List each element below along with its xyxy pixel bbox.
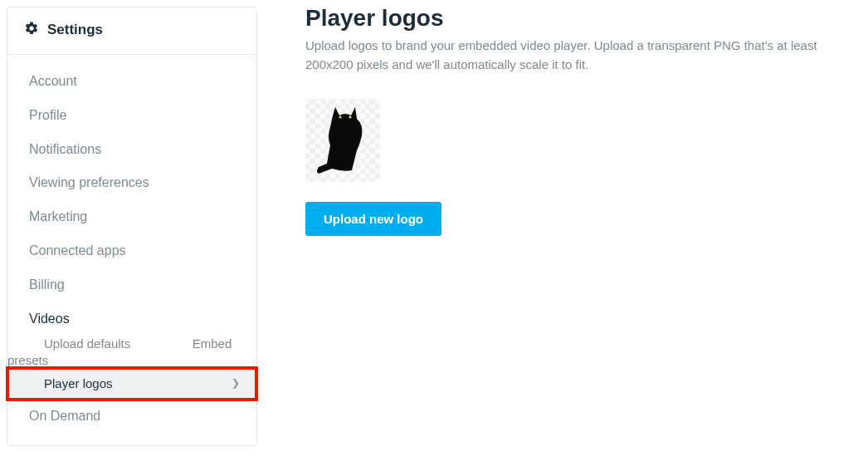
- sidebar-header: Settings: [7, 7, 256, 55]
- gear-icon: [24, 21, 39, 39]
- sidebar-nav: Account Profile Notifications Viewing pr…: [7, 55, 256, 445]
- sidebar-sub-label: Player logos: [44, 375, 113, 392]
- logo-thumbnail[interactable]: [305, 99, 380, 182]
- chevron-right-icon: ❯: [232, 377, 240, 390]
- sidebar-title: Settings: [47, 22, 103, 38]
- upload-new-logo-button[interactable]: Upload new logo: [305, 202, 441, 236]
- sidebar-item-on-demand[interactable]: On Demand: [7, 400, 256, 434]
- svg-point-1: [349, 115, 351, 118]
- sidebar-item-profile[interactable]: Profile: [7, 99, 256, 133]
- black-cat-icon: [312, 104, 373, 177]
- sidebar-item-account[interactable]: Account: [7, 65, 256, 99]
- settings-sidebar: Settings Account Profile Notifications V…: [7, 7, 257, 446]
- sidebar-item-viewing-preferences[interactable]: Viewing preferences: [7, 166, 256, 200]
- sidebar-item-billing[interactable]: Billing: [7, 268, 256, 302]
- main-content: Player logos Upload logos to brand your …: [257, 0, 868, 236]
- page-title: Player logos: [305, 5, 868, 32]
- page-description: Upload logos to brand your embedded vide…: [305, 37, 868, 74]
- sidebar-item-connected-apps[interactable]: Connected apps: [7, 234, 256, 268]
- svg-point-0: [339, 115, 341, 118]
- sidebar-item-notifications[interactable]: Notifications: [7, 133, 256, 167]
- sidebar-item-marketing[interactable]: Marketing: [7, 200, 256, 234]
